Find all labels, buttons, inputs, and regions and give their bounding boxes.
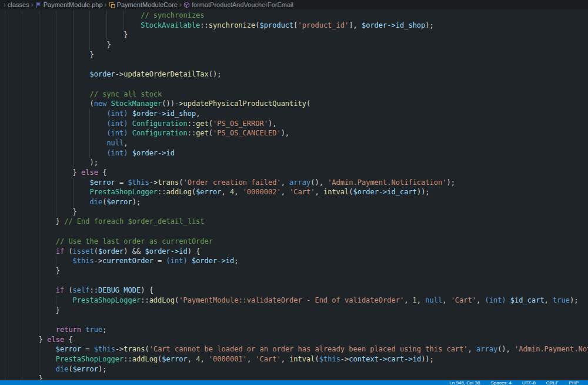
code-line[interactable]: }: [5, 306, 588, 316]
code-line[interactable]: $error = $this->trans('Cart cannot be lo…: [5, 344, 588, 354]
indent-guide: [39, 344, 39, 354]
code-line[interactable]: (int) Configuration::get('PS_OS_ERROR'),: [5, 119, 588, 129]
method-icon: [183, 2, 190, 8]
code-line[interactable]: [5, 79, 588, 89]
code-line[interactable]: [5, 315, 588, 325]
code-line[interactable]: } else {: [5, 168, 588, 178]
code-line[interactable]: $error = $this->trans('Order creation fa…: [5, 178, 588, 188]
code-token: );: [446, 178, 455, 187]
code-token: '0000002': [243, 188, 281, 196]
breadcrumb-item-classes[interactable]: classes: [8, 1, 29, 8]
code-line[interactable]: [5, 276, 588, 286]
code-line[interactable]: [5, 227, 588, 237]
indent-guide: [39, 217, 39, 227]
code-token: $error: [106, 198, 132, 206]
code-line[interactable]: }: [5, 40, 588, 50]
code-line[interactable]: } else {: [5, 335, 588, 345]
status-eol[interactable]: CRLF: [546, 380, 559, 385]
code-token: (: [209, 120, 213, 128]
indent-guide: [5, 11, 5, 21]
chevron-right-icon: ›: [179, 0, 182, 9]
code-token: );: [425, 21, 433, 29]
code-line[interactable]: if (isset($order) && $order->id) {: [5, 247, 588, 257]
code-editor[interactable]: // synchronizes StockAvailable::synchron…: [0, 9, 588, 385]
code-line[interactable]: $order->updateOrderDetailTax();: [5, 69, 588, 79]
code-line[interactable]: // sync all stock: [5, 89, 588, 99]
code-line[interactable]: die($error);: [5, 197, 588, 207]
code-token: addLog: [166, 188, 192, 196]
code-token: (int): [106, 120, 128, 128]
code-line[interactable]: (new StockManager())->updatePhysicalProd…: [5, 99, 588, 109]
status-indentation[interactable]: Spaces: 4: [490, 380, 512, 385]
indent-guide: [22, 306, 22, 316]
indent-guide: [89, 128, 90, 138]
code-token: intval: [323, 188, 349, 196]
code-line[interactable]: [5, 59, 588, 69]
code-line[interactable]: (int) Configuration::get('PS_OS_CANCELED…: [5, 128, 588, 138]
code-line[interactable]: die($error);: [5, 364, 588, 374]
code-token: trans: [158, 178, 179, 187]
indent-guide: [22, 11, 22, 21]
code-token: $error: [162, 355, 187, 363]
indent-guide: [39, 128, 39, 138]
code-token: 'PaymentModule::validateOrder - End of v…: [179, 296, 404, 304]
code-line[interactable]: StockAvailable::synchronize($product['pr…: [5, 21, 588, 31]
code-line[interactable]: PrestaShopLogger::addLog($error, 4, '000…: [5, 354, 588, 364]
code-token: $this: [94, 345, 115, 353]
code-line[interactable]: }: [5, 207, 588, 217]
chevron-right-icon: ›: [31, 0, 34, 9]
status-cursor-position[interactable]: Ln 945, Col 38: [449, 380, 480, 385]
indent-guide: [22, 187, 22, 197]
code-line[interactable]: );: [5, 158, 588, 168]
code-token: (int): [485, 296, 506, 304]
code-token: [5, 316, 9, 324]
code-line[interactable]: }: [5, 50, 588, 60]
indent-guide: [39, 79, 39, 89]
code-token: currentOrder: [102, 257, 153, 265]
indent-guide: [22, 158, 22, 168]
code-line[interactable]: } // End foreach $order_detail_list: [5, 217, 588, 227]
code-token: $order->id_cart: [353, 188, 417, 196]
indent-guide: [5, 364, 5, 374]
code-token: ,: [222, 188, 230, 196]
code-line[interactable]: }: [5, 266, 588, 276]
code-token: ,: [404, 296, 412, 304]
code-token: $error: [73, 365, 98, 373]
code-token: (int): [106, 149, 128, 157]
indent-guide: [22, 207, 22, 217]
code-line[interactable]: return true;: [5, 325, 588, 335]
code-token: ,: [247, 355, 255, 363]
indent-guide: [5, 158, 5, 168]
indent-guide: [5, 335, 5, 345]
code-line[interactable]: // synchronizes: [5, 11, 588, 21]
code-line[interactable]: PrestaShopLogger::addLog($error, 4, '000…: [5, 187, 588, 197]
indent-guide: [22, 344, 22, 354]
code-line[interactable]: $this->currentOrder = (int) $order->id;: [5, 256, 588, 266]
code-token: (: [5, 99, 94, 108]
code-line[interactable]: if (self::DEBUG_MODE) {: [5, 286, 588, 296]
code-line[interactable]: (int) $order->id_shop,: [5, 109, 588, 119]
status-language-mode[interactable]: PHP: [569, 380, 579, 385]
indent-guide: [5, 306, 5, 316]
code-token: true: [553, 296, 570, 304]
code-token: addLog: [132, 355, 158, 363]
indent-guide: [56, 109, 56, 119]
code-token: (int): [166, 257, 188, 265]
indent-guide: [5, 276, 5, 286]
code-line[interactable]: }: [5, 30, 588, 40]
code-token: null: [106, 139, 123, 147]
code-line[interactable]: (int) $order->id: [5, 148, 588, 158]
code-token: ,: [196, 109, 200, 118]
breadcrumb-item-class[interactable]: PaymentModuleCore: [109, 1, 178, 8]
code-token: StockManager: [111, 99, 162, 108]
code-line[interactable]: // Use the last order as currentOrder: [5, 237, 588, 247]
code-line[interactable]: null,: [5, 138, 588, 148]
indent-guide: [22, 128, 22, 138]
indent-guide: [39, 256, 39, 266]
breadcrumb-item-method[interactable]: formatProductAndVoucherForEmail: [183, 1, 293, 8]
code-token: [5, 90, 90, 98]
code-token: else: [81, 168, 98, 177]
status-encoding[interactable]: UTF-8: [522, 380, 536, 385]
breadcrumb-item-file[interactable]: PaymentModule.php: [35, 1, 103, 8]
code-line[interactable]: PrestaShopLogger::addLog('PaymentModule:…: [5, 296, 588, 306]
